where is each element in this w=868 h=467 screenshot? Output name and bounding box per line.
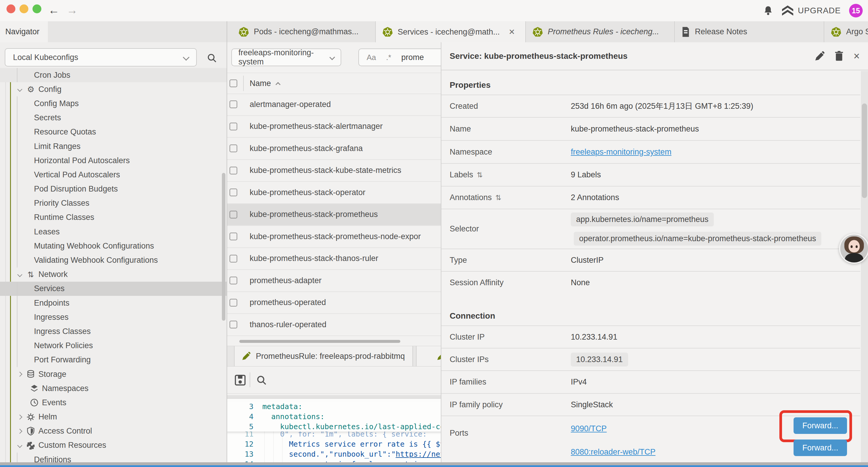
- annotations-row: Annotations⇅ 2 Annotations: [441, 186, 860, 209]
- annotations-value[interactable]: 2 Annotations: [571, 193, 619, 202]
- selector-chip[interactable]: app.kubernetes.io/name=prometheus: [571, 212, 714, 226]
- table-search-box[interactable]: Aa .* prome: [359, 49, 450, 66]
- sidebar-item-priority-classes[interactable]: Priority Classes: [0, 196, 226, 210]
- chevron-down-icon[interactable]: [18, 443, 23, 448]
- row-checkbox[interactable]: [229, 299, 237, 307]
- labels-value[interactable]: 9 Labels: [571, 170, 601, 179]
- row-checkbox[interactable]: [229, 276, 237, 284]
- app-tab-5[interactable]: Argo Se: [824, 21, 868, 42]
- chevron-down-icon[interactable]: [18, 272, 23, 277]
- app-tab-4[interactable]: Release Notes: [675, 21, 824, 42]
- detail-panel-title: Service: kube-prometheus-stack-prometheu…: [450, 52, 627, 61]
- forward-arrow-icon[interactable]: →: [66, 3, 78, 17]
- sidebar-item-leases[interactable]: Leases: [0, 225, 226, 239]
- save-icon[interactable]: [234, 374, 246, 386]
- row-checkbox[interactable]: [229, 123, 237, 130]
- sort-toggle-icon[interactable]: ⇅: [495, 194, 501, 202]
- sidebar-item-access-control[interactable]: Access Control: [0, 424, 226, 438]
- sidebar-item-label: Runtime Classes: [34, 213, 94, 222]
- chevron-right-icon[interactable]: [18, 414, 23, 419]
- sidebar-item-ingress-classes[interactable]: Ingress Classes: [0, 324, 226, 339]
- sidebar-item-config-maps[interactable]: Config Maps: [0, 96, 226, 111]
- indent-guide: [17, 182, 18, 196]
- notification-bell-icon[interactable]: [763, 5, 773, 16]
- sort-ascending-icon[interactable]: [276, 82, 281, 87]
- chevron-right-icon[interactable]: [18, 372, 23, 377]
- back-arrow-icon[interactable]: ←: [48, 3, 59, 17]
- close-icon[interactable]: ×: [854, 52, 860, 61]
- sidebar-item-runtime-classes[interactable]: Runtime Classes: [0, 210, 226, 225]
- runbook-url-link[interactable]: https://net: [396, 450, 445, 459]
- avatar[interactable]: [839, 233, 868, 264]
- editor-search-icon[interactable]: [256, 375, 267, 385]
- port-link-8080[interactable]: 8080:reloader-web/TCP: [571, 447, 656, 457]
- window-zoom-button[interactable]: [32, 4, 41, 13]
- selector-chip[interactable]: operator.prometheus.io/name=kube-prometh…: [574, 232, 821, 245]
- notification-count-badge[interactable]: 15: [849, 4, 863, 18]
- namespace-filter-dropdown[interactable]: freeleaps-monitoring-system: [231, 49, 341, 66]
- row-checkbox[interactable]: [229, 233, 237, 240]
- sidebar-item-resource-quotas[interactable]: Resource Quotas: [0, 125, 226, 139]
- name-column-header[interactable]: Name: [250, 79, 271, 88]
- namespace-link[interactable]: freeleaps-monitoring-system: [571, 147, 672, 157]
- row-checkbox[interactable]: [229, 145, 237, 152]
- delete-trash-icon[interactable]: [835, 51, 843, 61]
- window-close-button[interactable]: [6, 4, 16, 13]
- sidebar-item-namespaces[interactable]: Namespaces: [0, 381, 226, 396]
- row-checkbox[interactable]: [229, 100, 237, 108]
- sidebar-item-validating-webhook-configurations[interactable]: Validating Webhook Configurations: [0, 253, 226, 267]
- row-checkbox[interactable]: [229, 321, 237, 328]
- sort-toggle-icon[interactable]: ⇅: [477, 171, 483, 179]
- sidebar-item-label: Horizontal Pod Autoscalers: [34, 156, 130, 165]
- search-input[interactable]: prome: [401, 53, 424, 62]
- edit-pencil-icon[interactable]: [814, 51, 825, 61]
- window-minimize-button[interactable]: [20, 4, 28, 13]
- indent-guide: [17, 324, 18, 339]
- port-link-9090[interactable]: 9090/TCP: [571, 424, 607, 433]
- row-checkbox[interactable]: [229, 211, 237, 218]
- panel-scrollbar-track[interactable]: [861, 71, 868, 467]
- sidebar-item-config[interactable]: ⚙Config: [0, 82, 226, 96]
- table-horizontal-scrollbar[interactable]: [239, 340, 400, 343]
- sidebar-item-pod-disruption-budgets[interactable]: Pod Disruption Budgets: [0, 182, 226, 196]
- kubeconfig-selector[interactable]: Local Kubeconfigs: [5, 48, 197, 66]
- window-horizontal-scrollbar[interactable]: [0, 462, 868, 465]
- sidebar-item-custom-resources[interactable]: Custom Resources: [0, 438, 226, 453]
- navigator-panel-tab[interactable]: Navigator: [0, 21, 48, 42]
- sidebar-item-endpoints[interactable]: Endpoints: [0, 296, 226, 310]
- sidebar-item-port-forwarding[interactable]: Port Forwarding: [0, 353, 226, 367]
- sidebar-item-cron-jobs[interactable]: Cron Jobs: [0, 68, 226, 82]
- sidebar-item-helm[interactable]: Helm: [0, 410, 226, 424]
- sidebar-item-vertical-pod-autoscalers[interactable]: Vertical Pod Autoscalers: [0, 168, 226, 182]
- match-case-toggle[interactable]: Aa: [367, 53, 376, 62]
- sidebar-search-icon[interactable]: [207, 53, 217, 63]
- sidebar-item-network-policies[interactable]: Network Policies: [0, 339, 226, 353]
- select-all-checkbox[interactable]: [229, 80, 237, 87]
- sidebar-item-mutating-webhook-configurations[interactable]: Mutating Webhook Configurations: [0, 239, 226, 253]
- sidebar-item-storage[interactable]: Storage: [0, 367, 226, 381]
- row-checkbox[interactable]: [229, 255, 237, 262]
- chevron-down-icon[interactable]: [18, 87, 23, 92]
- sidebar-item-limit-ranges[interactable]: Limit Ranges: [0, 139, 226, 153]
- sidebar-item-services[interactable]: Services: [0, 282, 226, 296]
- sidebar-item-horizontal-pod-autoscalers[interactable]: Horizontal Pod Autoscalers: [0, 153, 226, 168]
- editor-tab-prometheusrule[interactable]: PrometheusRule: freeleaps-prod-rabbitmq: [234, 346, 413, 366]
- row-checkbox[interactable]: [229, 167, 237, 174]
- sidebar-item-network[interactable]: ⇅Network: [0, 267, 226, 282]
- close-tab-icon[interactable]: ✕: [509, 28, 515, 37]
- cluster-ips-chip[interactable]: 10.233.14.91: [571, 353, 628, 367]
- app-tab-2[interactable]: Services - icecheng@math...✕: [376, 21, 526, 42]
- sidebar-item-events[interactable]: Events: [0, 396, 226, 410]
- app-tab-3[interactable]: Prometheus Rules - icecheng...: [526, 21, 675, 42]
- upgrade-button[interactable]: UPGRADE: [781, 5, 841, 16]
- regex-toggle[interactable]: .*: [386, 53, 391, 62]
- chevron-right-icon[interactable]: [18, 429, 23, 434]
- panel-scrollbar-thumb[interactable]: [862, 104, 867, 198]
- forward-button-8080[interactable]: Forward...: [794, 439, 847, 456]
- sidebar-scrollbar[interactable]: [222, 173, 225, 321]
- row-checkbox[interactable]: [229, 188, 237, 196]
- indent-guide: [17, 196, 18, 210]
- sidebar-item-ingresses[interactable]: Ingresses: [0, 310, 226, 324]
- sidebar-item-secrets[interactable]: Secrets: [0, 111, 226, 125]
- app-tab-1[interactable]: Pods - icecheng@mathmas...: [232, 21, 376, 42]
